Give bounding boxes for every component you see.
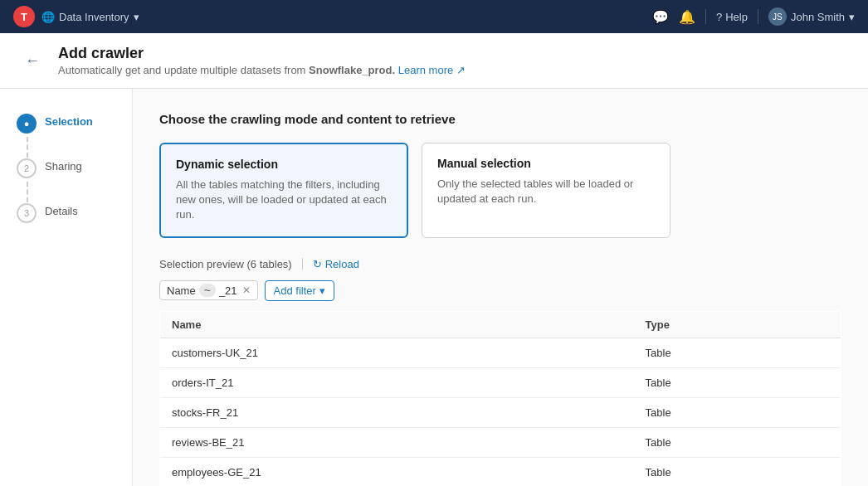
filter-name-label: Name — [167, 284, 196, 297]
manual-card-title: Manual selection — [437, 157, 655, 170]
cell-name: employees-GE_21 — [160, 457, 634, 486]
preview-label: Selection preview (6 tables) — [159, 258, 292, 270]
page-subtitle: Automatically get and update multiple da… — [58, 64, 466, 76]
manual-card-desc: Only the selected tables will be loaded … — [437, 177, 655, 207]
tilde-icon: ~ — [204, 284, 211, 297]
filter-tilde-badge: ~ — [199, 284, 216, 297]
top-nav: T 🌐 Data Inventory ▾ 💬 🔔 ? Help JS John … — [0, 0, 868, 33]
avatar: JS — [768, 7, 787, 26]
user-menu[interactable]: JS John Smith ▾ — [768, 7, 855, 26]
cell-type: Table — [634, 338, 841, 367]
cell-type: Table — [634, 427, 841, 457]
cell-name: orders-IT_21 — [160, 367, 634, 397]
add-filter-chevron-icon: ▾ — [319, 284, 325, 297]
step-3-circle: 3 — [17, 203, 37, 223]
app-logo[interactable]: T — [13, 6, 35, 27]
steps-sidebar: ● Selection 2 Sharing 3 Details — [0, 89, 133, 486]
dynamic-card-title: Dynamic selection — [176, 158, 392, 171]
manual-selection-card[interactable]: Manual selection Only the selected table… — [422, 143, 671, 238]
nav-divider-2 — [758, 9, 758, 24]
data-table: Name Type customers-UK_21 Table orders-I… — [159, 311, 841, 486]
col-name: Name — [160, 311, 634, 338]
back-button[interactable]: ← — [20, 51, 45, 71]
step-2-label[interactable]: Sharing — [45, 158, 82, 173]
table-row: orders-IT_21 Table — [160, 367, 841, 397]
nav-left: T 🌐 Data Inventory ▾ — [13, 6, 139, 27]
filter-tag: Name ~ _21 ✕ — [159, 280, 258, 300]
filter-close-icon[interactable]: ✕ — [242, 284, 251, 296]
bell-icon[interactable]: 🔔 — [679, 9, 695, 25]
preview-divider — [302, 258, 303, 270]
globe-icon: 🌐 — [41, 11, 55, 23]
content-title: Choose the crawling mode and content to … — [159, 112, 841, 126]
reload-icon: ↻ — [313, 258, 322, 270]
cell-type: Table — [634, 397, 841, 427]
col-type: Type — [634, 311, 841, 338]
table-body: customers-UK_21 Table orders-IT_21 Table… — [160, 338, 841, 486]
step-3: 3 Details — [17, 203, 115, 223]
check-icon: ● — [24, 119, 30, 129]
cell-name: stocks-FR_21 — [160, 397, 634, 427]
brand-link[interactable]: 🌐 Data Inventory ▾ — [41, 11, 139, 23]
help-link[interactable]: ? Help — [716, 11, 748, 23]
header-text: Add crawler Automatically get and update… — [58, 45, 466, 76]
step-1-label[interactable]: Selection — [45, 114, 93, 128]
table-row: reviews-BE_21 Table — [160, 427, 841, 457]
help-circle-icon: ? — [716, 11, 722, 23]
step-1-circle: ● — [17, 114, 37, 134]
learn-more-link[interactable]: Learn more ↗ — [398, 64, 466, 76]
header-bar: ← Add crawler Automatically get and upda… — [0, 33, 868, 89]
dynamic-selection-card[interactable]: Dynamic selection All the tables matchin… — [159, 143, 408, 238]
cell-name: reviews-BE_21 — [160, 427, 634, 457]
cell-type: Table — [634, 457, 841, 486]
add-filter-button[interactable]: Add filter ▾ — [265, 280, 334, 301]
external-link-icon: ↗ — [456, 64, 466, 76]
preview-header: Selection preview (6 tables) ↻ Reload — [159, 258, 841, 270]
step-2-circle: 2 — [17, 158, 37, 178]
reload-button[interactable]: ↻ Reload — [313, 258, 359, 270]
content-area: Choose the crawling mode and content to … — [133, 89, 868, 486]
nav-right: 💬 🔔 ? Help JS John Smith ▾ — [652, 7, 855, 26]
step-2: 2 Sharing — [17, 158, 115, 203]
step-3-label[interactable]: Details — [45, 203, 78, 217]
chat-icon[interactable]: 💬 — [652, 9, 669, 25]
table-row: stocks-FR_21 Table — [160, 397, 841, 427]
cell-type: Table — [634, 367, 841, 397]
selection-cards: Dynamic selection All the tables matchin… — [159, 143, 841, 238]
step-1: ● Selection — [17, 114, 115, 158]
table-row: customers-UK_21 Table — [160, 338, 841, 367]
user-chevron-icon: ▾ — [849, 11, 855, 23]
nav-divider — [705, 9, 706, 24]
table-row: employees-GE_21 Table — [160, 457, 841, 486]
table-header: Name Type — [160, 311, 841, 338]
brand-chevron-icon: ▾ — [134, 11, 139, 23]
filter-row: Name ~ _21 ✕ Add filter ▾ — [159, 280, 841, 301]
cell-name: customers-UK_21 — [160, 338, 634, 367]
page-title: Add crawler — [58, 45, 466, 62]
dynamic-card-desc: All the tables matching the filters, inc… — [176, 177, 392, 223]
filter-value[interactable]: _21 — [219, 284, 237, 297]
main-layout: ● Selection 2 Sharing 3 Details Choose t… — [0, 89, 868, 486]
